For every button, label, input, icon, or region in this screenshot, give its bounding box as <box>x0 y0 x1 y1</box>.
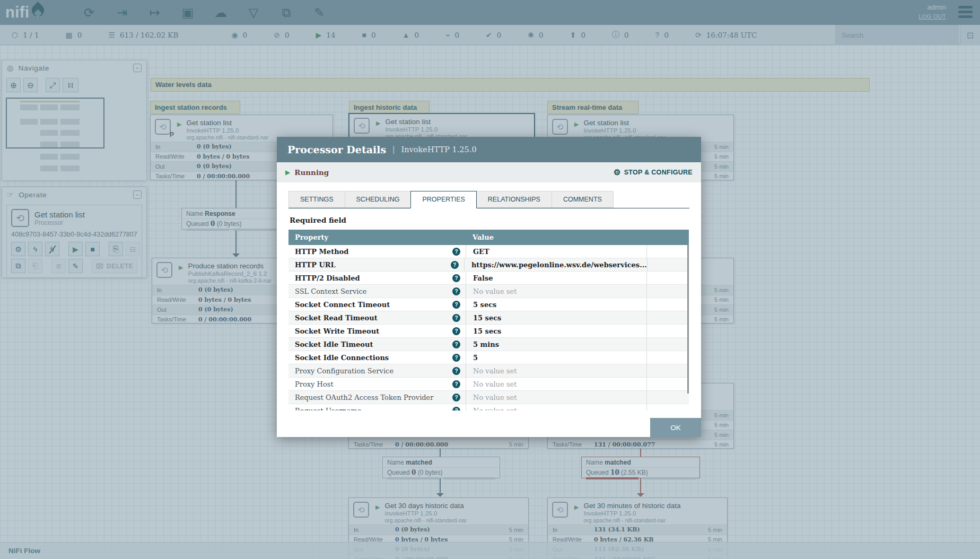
table-header: Property Value <box>288 230 689 245</box>
dialog-title: Processor Details <box>287 144 386 155</box>
property-value-cell[interactable]: 5 <box>466 351 646 364</box>
property-name-cell: SSL Context Service ? <box>288 285 466 298</box>
property-row[interactable]: Socket Read Timeout ? 15 secs <box>288 311 689 325</box>
help-icon[interactable]: ? <box>451 261 459 269</box>
run-state-label: Running <box>294 168 329 177</box>
property-actions-cell <box>646 364 689 377</box>
property-actions-cell <box>646 298 689 311</box>
property-name-cell: Socket Connect Timeout ? <box>288 298 466 311</box>
property-row[interactable]: Socket Idle Connections ? 5 <box>288 351 689 364</box>
property-column-header: Property <box>288 233 466 241</box>
property-name-cell: HTTP URL ? <box>288 258 464 271</box>
required-field-note: Required field <box>290 216 688 224</box>
property-row[interactable]: Proxy Host ? No value set <box>288 378 689 391</box>
help-icon[interactable]: ? <box>452 274 460 282</box>
property-value-cell[interactable]: No value set <box>466 285 646 298</box>
property-value-cell[interactable]: No value set <box>466 378 646 390</box>
property-value-cell[interactable]: https://www.pegelonline.wsv.de/webservic… <box>464 258 647 271</box>
property-row[interactable]: HTTP URL ? https://www.pegelonline.wsv.d… <box>288 258 689 272</box>
processor-details-dialog: Processor Details | InvokeHTTP 1.25.0 ▶ … <box>277 137 701 437</box>
property-value-cell[interactable]: No value set <box>466 404 646 410</box>
property-actions-cell <box>646 325 689 337</box>
property-name-cell: Socket Idle Timeout ? <box>288 338 466 351</box>
stop-and-configure-button[interactable]: ⚙ STOP & CONFIGURE <box>614 168 693 177</box>
help-icon[interactable]: ? <box>452 407 460 411</box>
property-row[interactable]: Request OAuth2 Access Token Provider ? N… <box>288 391 689 404</box>
dialog-tab[interactable]: SCHEDULING <box>345 191 412 208</box>
property-value-cell[interactable]: 15 secs <box>466 325 646 337</box>
property-value-cell[interactable]: 5 secs <box>466 298 646 311</box>
help-icon[interactable]: ? <box>452 314 460 322</box>
property-row[interactable]: Socket Idle Timeout ? 5 mins <box>288 338 689 351</box>
property-name-cell: Proxy Host ? <box>288 378 466 390</box>
help-icon[interactable]: ? <box>452 367 460 375</box>
property-actions-cell <box>646 404 689 410</box>
dialog-header: Processor Details | InvokeHTTP 1.25.0 <box>277 137 701 162</box>
help-icon[interactable]: ? <box>452 287 460 295</box>
property-value-cell[interactable]: GET <box>466 245 646 258</box>
property-name-cell: Socket Write Timeout ? <box>288 325 466 337</box>
properties-table: Property Value HTTP Method ? GET <box>288 230 689 410</box>
property-row[interactable]: Socket Write Timeout ? 15 secs <box>288 325 689 338</box>
property-row[interactable]: Request Username ? No value set <box>288 404 689 410</box>
dialog-subtitle: InvokeHTTP 1.25.0 <box>401 145 477 154</box>
property-value-cell[interactable]: No value set <box>466 364 646 377</box>
dialog-tab[interactable]: SETTINGS <box>288 191 345 208</box>
dialog-tab[interactable]: PROPERTIES <box>410 191 476 208</box>
gear-icon: ⚙ <box>614 168 621 177</box>
dialog-tab[interactable]: COMMENTS <box>552 191 614 208</box>
property-row[interactable]: Proxy Configuration Service ? No value s… <box>288 364 689 378</box>
nifi-app: Water levels data Ingest station records… <box>0 0 980 559</box>
property-name-cell: Request Username ? <box>288 404 466 410</box>
property-row[interactable]: Socket Connect Timeout ? 5 secs <box>288 298 689 311</box>
help-icon[interactable]: ? <box>452 327 460 335</box>
dialog-status-strip: ▶ Running ⚙ STOP & CONFIGURE <box>277 162 701 182</box>
property-row[interactable]: SSL Context Service ? No value set <box>288 285 689 298</box>
property-name-cell: Request OAuth2 Access Token Provider ? <box>288 391 466 404</box>
table-scrollbar[interactable] <box>687 245 689 394</box>
property-actions-cell <box>646 351 689 364</box>
help-icon[interactable]: ? <box>452 340 460 348</box>
property-row[interactable]: HTTP Method ? GET <box>288 245 689 258</box>
property-name-cell: Socket Idle Connections ? <box>288 351 466 364</box>
help-icon[interactable]: ? <box>452 380 460 388</box>
property-actions-cell <box>646 338 689 351</box>
help-icon[interactable]: ? <box>452 301 460 309</box>
dialog-tab[interactable]: RELATIONSHIPS <box>476 191 552 208</box>
property-row[interactable]: HTTP/2 Disabled ? False <box>288 272 689 285</box>
property-actions-cell <box>646 311 689 324</box>
property-value-cell[interactable]: 5 mins <box>466 338 646 351</box>
property-actions-cell <box>646 391 689 404</box>
ok-button[interactable]: OK <box>650 418 701 437</box>
property-actions-cell <box>646 378 689 390</box>
property-name-cell: HTTP/2 Disabled ? <box>288 272 466 284</box>
property-actions-cell <box>646 285 689 298</box>
help-icon[interactable]: ? <box>452 394 460 401</box>
property-value-cell[interactable]: No value set <box>466 391 646 404</box>
running-status-icon: ▶ <box>285 169 290 176</box>
property-value-cell[interactable]: False <box>466 272 646 284</box>
property-name-cell: HTTP Method ? <box>288 245 466 258</box>
help-icon[interactable]: ? <box>452 248 460 256</box>
property-actions-cell <box>647 258 689 271</box>
property-name-cell: Proxy Configuration Service ? <box>288 364 466 377</box>
value-column-header: Value <box>466 233 689 241</box>
help-icon[interactable]: ? <box>452 354 460 362</box>
property-value-cell[interactable]: 15 secs <box>466 311 646 324</box>
title-separator: | <box>392 144 395 155</box>
property-actions-cell <box>646 272 689 284</box>
property-name-cell: Socket Read Timeout ? <box>288 311 466 324</box>
property-actions-cell <box>646 245 689 258</box>
